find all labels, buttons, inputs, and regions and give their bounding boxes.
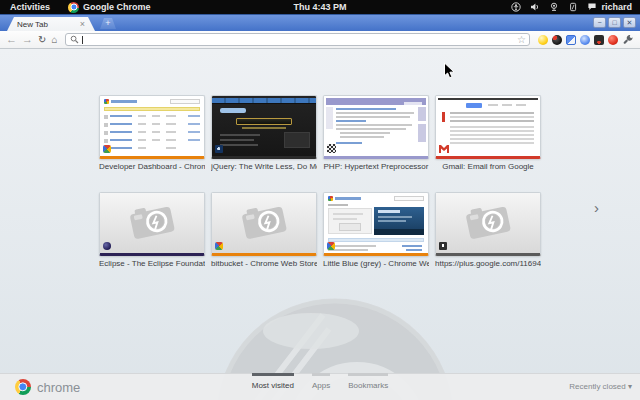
- thumbnail-preview: [324, 193, 428, 253]
- new-tab-button[interactable]: +: [100, 18, 116, 29]
- recently-closed-label: Recently closed: [569, 382, 625, 391]
- dropdown-arrow-icon: ▾: [628, 382, 632, 391]
- google-plus-favicon: [439, 242, 447, 250]
- tablet-icon[interactable]: [568, 2, 578, 12]
- webstore-favicon: [103, 145, 111, 153]
- thumbnail-gmail[interactable]: Gmail: Email from Google: [435, 95, 541, 171]
- gmail-favicon: [439, 145, 449, 153]
- dark-record-extension-icon[interactable]: [552, 35, 562, 45]
- thumbnail-php[interactable]: PHP: Hypertext Preprocessor: [323, 95, 429, 171]
- camera-placeholder-icon: [236, 202, 292, 240]
- phone-extension-icon[interactable]: [594, 35, 604, 45]
- username-label: richard: [601, 2, 632, 12]
- thumbnail-preview: [324, 96, 428, 156]
- thumbnail-title: Eclipse - The Eclipse Foundati...: [99, 259, 205, 268]
- wrench-icon[interactable]: [623, 34, 634, 45]
- system-tray: richard: [511, 2, 640, 12]
- thumbnail-title: Developer Dashboard - Chrom...: [99, 162, 205, 171]
- chat-bubble-icon: [587, 2, 597, 12]
- thumbnail-preview: [436, 96, 540, 156]
- chrome-logo-icon: [68, 2, 79, 13]
- thumbnail-title: bitbucket - Chrome Web Store: [211, 259, 317, 268]
- thumbnail-title: https://plus.google.com/116946...: [435, 259, 541, 268]
- forward-icon[interactable]: →: [22, 34, 33, 45]
- ntp-section-tabs: Most visited Apps Bookmarks: [0, 373, 640, 390]
- omnibox-input[interactable]: [66, 34, 529, 45]
- app-menu[interactable]: Google Chrome: [60, 2, 159, 13]
- thumbnail-preview: [100, 96, 204, 156]
- red-circle-extension-icon[interactable]: [608, 35, 618, 45]
- tab-most-visited[interactable]: Most visited: [252, 373, 294, 390]
- reload-icon[interactable]: ↻: [38, 34, 46, 45]
- thumbnail-image[interactable]: [99, 95, 205, 159]
- user-menu[interactable]: richard: [587, 2, 632, 12]
- thumbnail-image[interactable]: [211, 192, 317, 256]
- tab-new-tab[interactable]: New Tab ×: [7, 17, 95, 31]
- lightbulb-extension-icon[interactable]: [538, 35, 548, 45]
- tab-apps[interactable]: Apps: [312, 373, 330, 390]
- restore-button[interactable]: □: [608, 17, 621, 28]
- window-controls: − □ ✕: [593, 17, 636, 28]
- camera-placeholder-icon: [124, 202, 180, 240]
- webstore-favicon: [215, 242, 223, 250]
- back-icon[interactable]: ←: [6, 34, 17, 45]
- thumbnail-image[interactable]: [435, 95, 541, 159]
- thumbnail-little-blue[interactable]: Little Blue (grey) - Chrome We...: [323, 192, 429, 268]
- tab-close-icon[interactable]: ×: [76, 20, 85, 29]
- app-menu-label: Google Chrome: [83, 2, 151, 12]
- thumbnail-eclipse[interactable]: Eclipse - The Eclipse Foundati...: [99, 192, 205, 268]
- thumbnail-preview: [212, 96, 316, 156]
- ntp-footer: chrome Most visited Apps Bookmarks Recen…: [0, 373, 640, 400]
- thumbnail-preview: [436, 193, 540, 253]
- translate-extension-icon[interactable]: [566, 35, 576, 45]
- thumbnail-jquery[interactable]: jQuery: The Write Less, Do Mo...: [211, 95, 317, 171]
- webcam-icon[interactable]: [549, 2, 559, 12]
- thumbnail-image[interactable]: [211, 95, 317, 159]
- desktop: Activities Google Chrome Thu 4:43 PM: [0, 0, 640, 400]
- thumbnail-image[interactable]: [435, 192, 541, 256]
- thumbnail-title: Gmail: Email from Google: [435, 162, 541, 171]
- camera-placeholder-icon: [460, 202, 516, 240]
- next-page-chevron-icon[interactable]: ›: [594, 199, 599, 216]
- close-button[interactable]: ✕: [623, 17, 636, 28]
- tab-strip: New Tab × + − □ ✕: [0, 14, 640, 31]
- minimize-button[interactable]: −: [593, 17, 606, 28]
- thumbnail-image[interactable]: [99, 192, 205, 256]
- webstore-favicon: [327, 242, 335, 250]
- omnibox[interactable]: ☆: [65, 33, 530, 46]
- gnome-top-bar: Activities Google Chrome Thu 4:43 PM: [0, 0, 640, 14]
- thumbnail-preview: [212, 193, 316, 253]
- home-icon[interactable]: ⌂: [51, 34, 57, 45]
- recently-closed-menu[interactable]: Recently closed ▾: [569, 382, 632, 391]
- thumbnail-developer-dashboard[interactable]: Developer Dashboard - Chrom...: [99, 95, 205, 171]
- thumbnail-title: PHP: Hypertext Preprocessor: [323, 162, 429, 171]
- eclipse-favicon: [103, 242, 111, 250]
- activities-button[interactable]: Activities: [0, 2, 60, 12]
- clock-extension-icon[interactable]: [580, 35, 590, 45]
- browser-toolbar: ← → ↻ ⌂ ☆: [0, 31, 640, 49]
- bookmark-star-icon[interactable]: ☆: [517, 34, 526, 46]
- thumbnail-image[interactable]: [323, 192, 429, 256]
- qr-code: [327, 144, 336, 153]
- jquery-favicon: [215, 145, 223, 153]
- thumbnail-image[interactable]: [323, 95, 429, 159]
- thumbnail-title: jQuery: The Write Less, Do Mo...: [211, 162, 317, 171]
- most-visited-grid: Developer Dashboard - Chrom...: [99, 95, 541, 268]
- extension-icons: [538, 35, 618, 45]
- new-tab-page: Developer Dashboard - Chrom...: [0, 49, 640, 400]
- thumbnail-google-plus[interactable]: https://plus.google.com/116946...: [435, 192, 541, 268]
- thumbnail-bitbucket[interactable]: bitbucket - Chrome Web Store: [211, 192, 317, 268]
- tab-title: New Tab: [17, 20, 76, 29]
- accessibility-icon[interactable]: [511, 2, 521, 12]
- thumbnail-preview: [100, 193, 204, 253]
- volume-icon[interactable]: [530, 2, 540, 12]
- tab-bookmarks[interactable]: Bookmarks: [348, 373, 388, 390]
- thumbnail-title: Little Blue (grey) - Chrome We...: [323, 259, 429, 268]
